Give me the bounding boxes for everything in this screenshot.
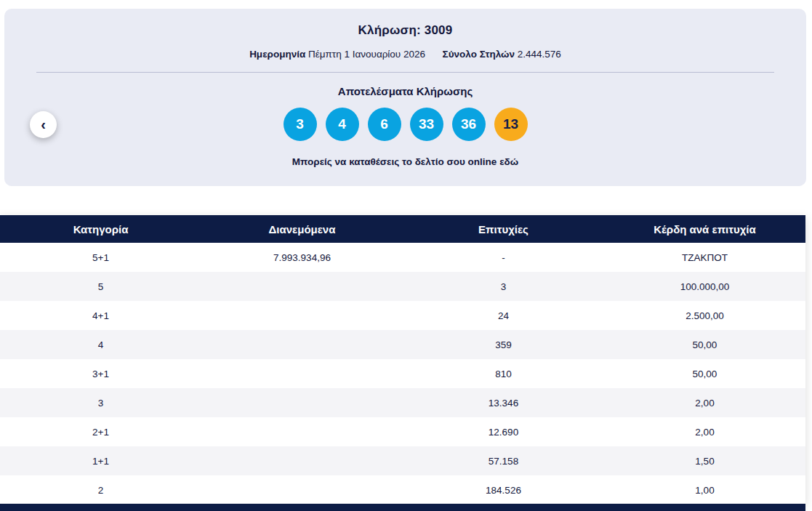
cell-category: 3+1	[0, 369, 201, 379]
cell-category: 2	[0, 485, 201, 496]
cell-winners: 13.346	[403, 398, 604, 409]
columns-value: 2.444.576	[518, 49, 561, 60]
chevron-left-icon: ‹	[41, 117, 46, 132]
cell-prize: 1,00	[604, 485, 805, 496]
online-cta-link[interactable]: εδώ	[499, 156, 518, 167]
cell-prize: 1,50	[604, 456, 805, 467]
date-value: Πέμπτη 1 Ιανουαρίου 2026	[308, 49, 425, 60]
table-row: 1+157.1581,50	[0, 446, 805, 475]
results-heading: Αποτελέσματα Κλήρωσης	[4, 85, 806, 97]
footer-bar	[0, 504, 805, 511]
number-ball: 4	[326, 108, 359, 141]
cell-prize: 50,00	[604, 339, 805, 350]
number-ball: 36	[452, 108, 486, 141]
table-row: 53100.000,00	[0, 272, 805, 301]
cell-category: 4	[0, 339, 201, 350]
number-ball: 33	[410, 108, 443, 141]
results-table: Κατηγορία Διανεμόμενα Επιτυχίες Κέρδη αν…	[0, 215, 805, 504]
cell-winners: 810	[403, 369, 604, 379]
joker-ball: 13	[494, 108, 528, 141]
cell-category: 5	[0, 281, 201, 292]
table-row: 3+181050,00	[0, 359, 805, 388]
number-ball: 3	[284, 108, 317, 141]
cell-category: 5+1	[0, 252, 201, 263]
cell-winners: -	[403, 252, 604, 263]
table-row: 4+1242.500,00	[0, 301, 805, 330]
draw-title-label: Κλήρωση:	[358, 23, 421, 37]
header-distributed: Διανεμόμενα	[201, 223, 403, 236]
results-table-body: 5+17.993.934,96-ΤΖΑΚΠΟΤ53100.000,004+124…	[0, 243, 805, 504]
cell-prize: 2.500,00	[604, 310, 805, 321]
cell-category: 3	[0, 398, 201, 409]
cell-winners: 57.158	[403, 456, 604, 467]
columns-label: Σύνολο Στηλών	[443, 49, 515, 60]
previous-draw-button[interactable]: ‹	[30, 111, 57, 138]
cell-winners: 24	[403, 310, 604, 321]
cell-prize: 100.000,00	[604, 281, 805, 292]
winning-numbers: 346333613	[4, 108, 806, 141]
number-ball: 6	[368, 108, 401, 141]
table-row: 2+112.6902,00	[0, 417, 805, 446]
header-category: Κατηγορία	[0, 223, 201, 236]
draw-info-card: Κλήρωση: 3009 Ημερομηνία Πέμπτη 1 Ιανουα…	[4, 9, 806, 186]
cell-distributed: 7.993.934,96	[201, 252, 403, 263]
cell-category: 1+1	[0, 456, 201, 467]
divider	[36, 72, 774, 73]
draw-meta: Ημερομηνία Πέμπτη 1 Ιανουαρίου 2026 Σύνο…	[4, 49, 806, 60]
draw-title: Κλήρωση: 3009	[4, 23, 806, 38]
table-row: 435950,00	[0, 330, 805, 359]
cell-prize: 50,00	[604, 369, 805, 379]
header-prize: Κέρδη ανά επιτυχία	[604, 223, 805, 236]
cell-prize: 2,00	[604, 398, 805, 409]
cell-winners: 3	[403, 281, 604, 292]
cell-category: 4+1	[0, 310, 201, 321]
cell-winners: 359	[403, 339, 604, 350]
results-table-header: Κατηγορία Διανεμόμενα Επιτυχίες Κέρδη αν…	[0, 215, 805, 243]
cell-prize: 2,00	[604, 427, 805, 438]
cell-category: 2+1	[0, 427, 201, 438]
cell-prize: ΤΖΑΚΠΟΤ	[604, 252, 805, 263]
table-row: 2184.5261,00	[0, 475, 805, 504]
draw-number: 3009	[425, 23, 453, 37]
table-row: 5+17.993.934,96-ΤΖΑΚΠΟΤ	[0, 243, 805, 272]
table-row: 313.3462,00	[0, 388, 805, 417]
cell-winners: 184.526	[403, 485, 604, 496]
cell-winners: 12.690	[403, 427, 604, 438]
date-label: Ημερομηνία	[249, 49, 305, 60]
header-winners: Επιτυχίες	[403, 223, 604, 236]
online-cta-text: Μπορείς να καταθέσεις το δελτίο σου onli…	[292, 156, 497, 167]
online-cta: Μπορείς να καταθέσεις το δελτίο σου onli…	[4, 156, 806, 167]
